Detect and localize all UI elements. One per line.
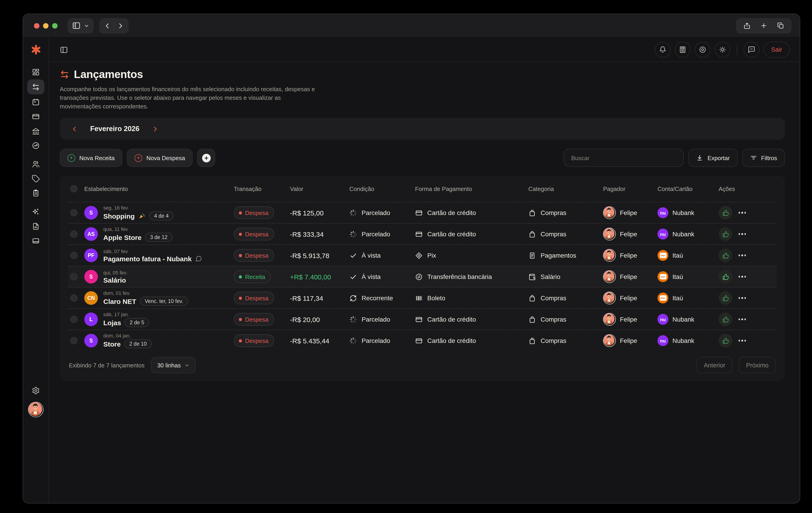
row-checkbox[interactable] xyxy=(70,337,78,344)
row-menu-button[interactable] xyxy=(738,248,746,262)
export-button[interactable]: Exportar xyxy=(689,149,737,167)
row-checkbox[interactable] xyxy=(70,316,78,323)
browser-sidebar-toggle-button[interactable] xyxy=(67,18,94,33)
settings-icon[interactable] xyxy=(27,383,45,397)
sidebar-item-ai[interactable] xyxy=(27,205,45,219)
sidebar-item-reports[interactable] xyxy=(27,219,45,233)
approve-thumbs-up-icon[interactable] xyxy=(719,248,732,262)
value-cell: -R$ 125,00 xyxy=(288,209,349,217)
table-row[interactable]: L sáb, 17 jan. Lojas 2 de 5 Despesa -R$ … xyxy=(68,308,777,330)
credit-card-icon xyxy=(415,316,423,323)
row-checkbox[interactable] xyxy=(70,252,78,259)
itau-logo-icon: itaú xyxy=(658,250,668,261)
sidebar-item-bank[interactable] xyxy=(27,124,45,138)
payer-name: Felipe xyxy=(620,316,637,323)
next-month-button[interactable] xyxy=(151,126,158,132)
table-row[interactable]: AS qua, 11 fev. Apple Store 3 de 12 Desp… xyxy=(68,223,777,244)
forward-button[interactable] xyxy=(114,19,127,32)
back-button[interactable] xyxy=(101,19,114,32)
sidebar-item-dashboard[interactable] xyxy=(27,65,45,79)
establishment-name: Shopping xyxy=(103,212,135,220)
column-header: Transação xyxy=(234,185,288,192)
row-menu-button[interactable] xyxy=(738,291,746,305)
transaction-type-cell: Despesa xyxy=(234,249,288,262)
approve-thumbs-up-icon[interactable] xyxy=(719,313,732,326)
page-size-value: 30 linhas xyxy=(157,362,181,369)
establishment-avatar: CN xyxy=(84,291,98,305)
tab-overview-icon[interactable] xyxy=(777,22,784,29)
nubank-logo-icon: nu xyxy=(658,335,668,346)
establishment-avatar: AS xyxy=(84,227,98,241)
quick-add-button[interactable] xyxy=(197,149,215,167)
calculator-icon[interactable] xyxy=(675,42,691,58)
download-icon xyxy=(696,154,703,161)
close-window-button[interactable] xyxy=(34,23,39,28)
row-checkbox[interactable] xyxy=(70,294,78,302)
feedback-chat-icon[interactable] xyxy=(744,42,759,58)
account-name: Itaú xyxy=(672,273,683,280)
sidebar-item-transactions[interactable] xyxy=(27,79,45,94)
row-menu-button[interactable] xyxy=(738,334,746,347)
sidebar-item-tags[interactable] xyxy=(27,171,45,186)
approve-thumbs-up-icon[interactable] xyxy=(719,334,732,347)
table-row[interactable]: CN dom, 01 fev. Claro NET Venc. ter, 10 … xyxy=(68,287,777,308)
category-cell: Compras xyxy=(528,337,603,345)
app-header: Sair xyxy=(49,38,800,62)
minimize-window-button[interactable] xyxy=(43,23,49,28)
status-dot xyxy=(239,339,242,342)
sidebar xyxy=(23,38,49,504)
approve-thumbs-up-icon[interactable] xyxy=(719,291,732,305)
shopping-bag-icon xyxy=(528,209,536,217)
table-row[interactable]: PF sáb, 07 fev. Pagamento fatura - Nuban… xyxy=(68,244,777,266)
new-tab-icon[interactable] xyxy=(760,22,767,29)
new-income-button[interactable]: + Nova Receita xyxy=(60,149,122,167)
user-avatar[interactable] xyxy=(28,402,44,417)
page-size-select[interactable]: 30 linhas xyxy=(151,357,196,373)
next-page-button[interactable]: Próximo xyxy=(739,357,776,373)
notifications-bell-icon[interactable] xyxy=(655,42,671,58)
select-all-checkbox[interactable] xyxy=(70,185,78,192)
approve-thumbs-up-icon[interactable] xyxy=(719,270,732,284)
row-checkbox[interactable] xyxy=(70,231,78,238)
row-menu-button[interactable] xyxy=(738,227,746,241)
filters-button[interactable]: Filtros xyxy=(742,149,785,167)
installment-badge: 4 de 4 xyxy=(149,211,174,220)
category-label: Compras xyxy=(541,209,567,216)
sidebar-item-accounts[interactable] xyxy=(27,234,45,248)
payer-cell: Felipe xyxy=(603,228,658,240)
sidebar-item-investments[interactable] xyxy=(27,138,45,153)
collapse-sidebar-icon[interactable] xyxy=(60,46,68,54)
establishment-name: Lojas xyxy=(103,319,121,326)
row-checkbox[interactable] xyxy=(70,273,78,280)
approve-thumbs-up-icon[interactable] xyxy=(719,206,732,219)
payer-name: Felipe xyxy=(620,209,637,216)
theme-sun-icon[interactable] xyxy=(715,42,730,58)
search-input[interactable] xyxy=(564,149,684,167)
prev-month-button[interactable] xyxy=(71,126,78,132)
new-expense-button[interactable]: + Nova Despesa xyxy=(127,149,193,167)
previous-page-button[interactable]: Anterior xyxy=(696,357,732,373)
condition-label: Parcelado xyxy=(361,316,390,323)
sidebar-item-users[interactable] xyxy=(27,157,45,171)
row-menu-button[interactable] xyxy=(738,270,746,284)
row-checkbox[interactable] xyxy=(70,209,78,216)
row-menu-button[interactable] xyxy=(738,313,746,326)
row-menu-button[interactable] xyxy=(738,206,746,219)
zoom-window-button[interactable] xyxy=(52,23,58,28)
share-icon[interactable] xyxy=(743,22,751,29)
sidebar-item-calendar[interactable] xyxy=(27,95,45,109)
value-cell: -R$ 117,34 xyxy=(288,294,349,302)
condition-label: Recorrente xyxy=(361,294,393,302)
account-name: Nubank xyxy=(672,337,694,344)
logout-button[interactable]: Sair xyxy=(763,42,790,58)
table-row[interactable]: S seg, 16 fev. Shopping 4 de 4 Despesa -… xyxy=(68,202,777,223)
header-actions: Sair xyxy=(655,42,790,58)
account-name: Itaú xyxy=(672,294,683,302)
table-row[interactable]: S qui, 05 fev. Salário Receita +R$ 7.400… xyxy=(68,266,777,287)
privacy-eye-icon[interactable] xyxy=(695,42,710,58)
table-row[interactable]: S dom, 04 jan. Store 2 de 10 Despesa -R$… xyxy=(68,330,777,351)
sidebar-item-tasks[interactable] xyxy=(27,186,45,200)
approve-thumbs-up-icon[interactable] xyxy=(719,227,732,241)
category-cell: Compras xyxy=(528,209,603,217)
sidebar-item-cards[interactable] xyxy=(27,109,45,124)
